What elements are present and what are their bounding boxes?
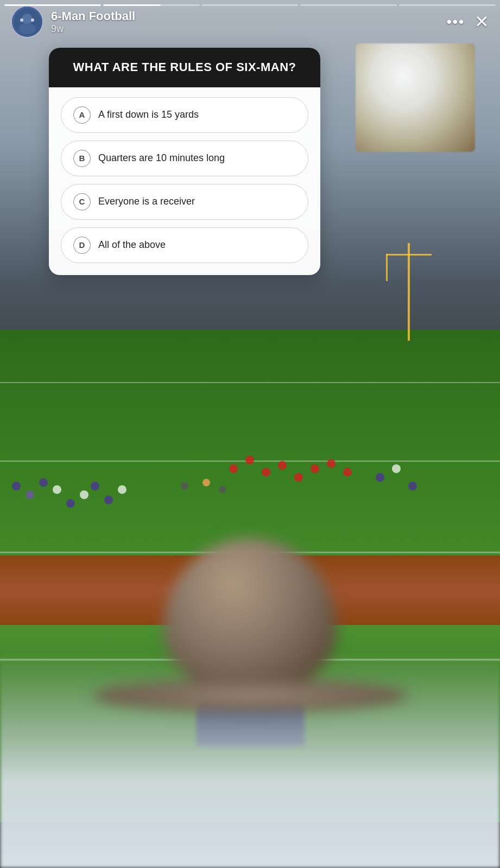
- svg-point-7: [104, 496, 113, 505]
- header-info: 6-Man Football 9w: [51, 9, 447, 35]
- option-d-letter: D: [73, 237, 91, 254]
- progress-bar-5[interactable]: [399, 4, 496, 6]
- svg-point-19: [408, 482, 417, 490]
- svg-point-11: [262, 468, 270, 476]
- account-name: 6-Man Football: [51, 9, 447, 23]
- svg-point-26: [20, 18, 23, 22]
- svg-point-6: [91, 482, 99, 490]
- svg-point-20: [181, 482, 188, 490]
- option-c-letter: C: [73, 193, 91, 210]
- scoreboard: [356, 43, 475, 152]
- svg-point-14: [311, 464, 319, 473]
- close-icon[interactable]: ✕: [474, 13, 489, 30]
- svg-point-27: [31, 18, 34, 22]
- svg-point-12: [278, 461, 287, 470]
- quiz-question: WHAT ARE THE RULES OF SIX-MAN?: [64, 60, 305, 75]
- svg-point-8: [118, 485, 126, 494]
- option-b-text: Quarters are 10 minutes long: [98, 152, 225, 164]
- option-d-text: All of the above: [98, 239, 166, 251]
- option-d-button[interactable]: D All of the above: [61, 227, 308, 263]
- progress-bar-1[interactable]: [4, 4, 101, 6]
- option-a-button[interactable]: A A first down is 15 yards: [61, 97, 308, 133]
- progress-bar-2[interactable]: [103, 4, 200, 6]
- svg-point-24: [22, 14, 33, 24]
- svg-point-4: [66, 499, 75, 508]
- option-a-letter: A: [73, 106, 91, 124]
- cowboy-hat-foreground: [87, 506, 413, 712]
- svg-point-5: [80, 490, 88, 499]
- svg-point-10: [245, 456, 254, 464]
- goal-post: [408, 243, 410, 341]
- progress-bar-3[interactable]: [202, 4, 299, 6]
- svg-point-18: [392, 464, 401, 473]
- story-header: 6-Man Football 9w ••• ✕: [0, 0, 500, 43]
- svg-point-16: [343, 468, 352, 476]
- avatar[interactable]: [11, 5, 43, 38]
- quiz-options: A A first down is 15 yards B Quarters ar…: [49, 87, 320, 275]
- svg-point-0: [12, 482, 21, 490]
- svg-point-2: [39, 478, 48, 487]
- quiz-header: WHAT ARE THE RULES OF SIX-MAN?: [49, 48, 320, 87]
- svg-point-1: [26, 490, 34, 499]
- option-c-button[interactable]: C Everyone is a receiver: [61, 184, 308, 220]
- svg-point-21: [202, 479, 210, 487]
- more-options-icon[interactable]: •••: [447, 14, 465, 30]
- option-b-letter: B: [73, 150, 91, 167]
- option-c-text: Everyone is a receiver: [98, 196, 195, 207]
- svg-point-22: [219, 486, 226, 493]
- time-ago: 9w: [51, 23, 447, 35]
- option-b-button[interactable]: B Quarters are 10 minutes long: [61, 141, 308, 176]
- avatar-image: [12, 7, 42, 37]
- svg-point-9: [229, 464, 238, 473]
- option-a-text: A first down is 15 yards: [98, 109, 199, 120]
- progress-bar-4[interactable]: [300, 4, 397, 6]
- quiz-card: WHAT ARE THE RULES OF SIX-MAN? A A first…: [49, 48, 320, 275]
- svg-point-3: [53, 485, 61, 494]
- svg-point-15: [327, 459, 336, 468]
- header-actions: ••• ✕: [447, 13, 489, 30]
- story-progress-container: [4, 4, 496, 6]
- svg-point-17: [376, 473, 384, 482]
- svg-point-25: [18, 23, 36, 34]
- svg-point-13: [294, 473, 303, 482]
